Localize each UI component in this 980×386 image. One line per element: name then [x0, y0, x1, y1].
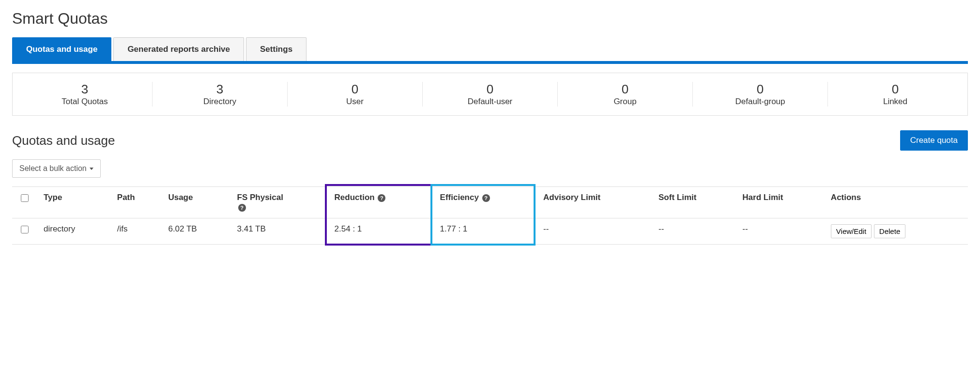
stat-group: 0 Group — [557, 82, 692, 107]
tabs: Quotas and usage Generated reports archi… — [12, 37, 968, 64]
stat-user: 0 User — [287, 82, 422, 107]
stat-label: Default-group — [693, 97, 827, 107]
cell-type: directory — [37, 218, 110, 245]
stat-value: 0 — [693, 82, 827, 97]
tab-generated-reports[interactable]: Generated reports archive — [113, 37, 244, 61]
row-checkbox[interactable] — [21, 226, 29, 233]
stat-default-group: 0 Default-group — [692, 82, 827, 107]
cell-fs-physical: 3.41 TB — [230, 218, 328, 245]
create-quota-button[interactable]: Create quota — [900, 130, 968, 151]
cell-efficiency: 1.77 : 1 — [433, 218, 536, 245]
stat-value: 3 — [153, 82, 287, 97]
stat-label: Total Quotas — [17, 97, 152, 107]
cell-advisory-limit: -- — [536, 218, 652, 245]
stat-value: 0 — [558, 82, 692, 97]
col-hard-limit: Hard Limit — [735, 187, 824, 218]
stat-label: Linked — [828, 97, 963, 107]
tab-settings[interactable]: Settings — [246, 37, 306, 61]
stat-value: 3 — [17, 82, 152, 97]
stat-label: Group — [558, 97, 692, 107]
stats-bar: 3 Total Quotas 3 Directory 0 User 0 Defa… — [12, 73, 968, 116]
stat-value: 0 — [423, 82, 557, 97]
col-advisory-limit: Advisory Limit — [536, 187, 652, 218]
stat-label: Default-user — [423, 97, 557, 107]
bulk-action-label: Select a bulk action — [19, 164, 87, 173]
stat-directory: 3 Directory — [152, 82, 287, 107]
view-edit-button[interactable]: View/Edit — [831, 224, 872, 238]
stat-value: 0 — [828, 82, 963, 97]
help-icon[interactable]: ? — [238, 204, 246, 212]
col-reduction-label: Reduction — [335, 193, 375, 202]
stat-label: User — [288, 97, 422, 107]
col-fs-physical-label: FS Physical — [237, 193, 283, 202]
cell-hard-limit: -- — [735, 218, 824, 245]
quota-table: Type Path Usage FS Physical ? Reduction … — [12, 186, 968, 245]
col-usage: Usage — [161, 187, 230, 218]
cell-soft-limit: -- — [652, 218, 735, 245]
select-all-checkbox[interactable] — [21, 194, 29, 202]
table-header-row: Type Path Usage FS Physical ? Reduction … — [12, 187, 968, 218]
section-title: Quotas and usage — [12, 133, 115, 148]
delete-button[interactable]: Delete — [874, 224, 905, 238]
help-icon[interactable]: ? — [482, 194, 490, 202]
cell-reduction: 2.54 : 1 — [328, 218, 433, 245]
cell-usage: 6.02 TB — [161, 218, 230, 245]
col-type: Type — [37, 187, 110, 218]
col-reduction: Reduction ? — [328, 187, 433, 218]
stat-linked: 0 Linked — [827, 82, 963, 107]
table-row: directory /ifs 6.02 TB 3.41 TB 2.54 : 1 … — [12, 218, 968, 245]
col-actions: Actions — [824, 187, 968, 218]
help-icon[interactable]: ? — [378, 194, 385, 202]
stat-label: Directory — [153, 97, 287, 107]
tab-quotas-usage[interactable]: Quotas and usage — [12, 37, 111, 61]
stat-default-user: 0 Default-user — [422, 82, 557, 107]
col-efficiency-label: Efficiency — [440, 193, 479, 202]
col-path: Path — [110, 187, 162, 218]
page-title: Smart Quotas — [12, 10, 968, 28]
stat-total-quotas: 3 Total Quotas — [17, 82, 152, 107]
col-fs-physical: FS Physical ? — [230, 187, 328, 218]
cell-path: /ifs — [110, 218, 162, 245]
bulk-action-select[interactable]: Select a bulk action — [12, 159, 101, 178]
chevron-down-icon — [90, 168, 93, 170]
col-soft-limit: Soft Limit — [652, 187, 735, 218]
col-efficiency: Efficiency ? — [433, 187, 536, 218]
cell-actions: View/Edit Delete — [824, 218, 968, 245]
stat-value: 0 — [288, 82, 422, 97]
